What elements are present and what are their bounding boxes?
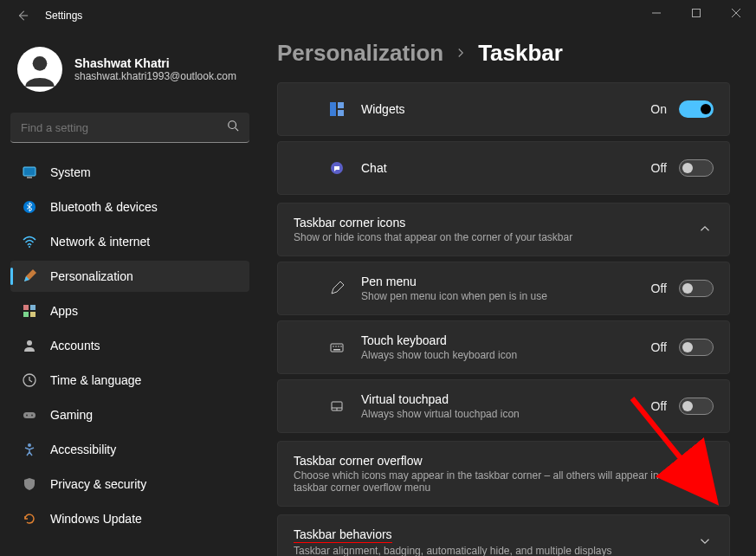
nav-label: Network & internet [50,235,150,249]
toggle-state: Off [651,161,667,175]
svg-point-16 [31,415,33,417]
avatar [17,47,62,92]
svg-rect-5 [27,177,32,178]
nav-item-accessibility[interactable]: Accessibility [10,434,249,465]
nav-item-privacy[interactable]: Privacy & security [10,469,249,500]
svg-point-1 [33,56,48,71]
widgets-toggle[interactable] [679,100,714,118]
user-email: shashwat.khatri1993@outlook.com [74,70,236,82]
nav-item-update[interactable]: Windows Update [10,503,249,534]
gaming-icon [21,406,38,423]
svg-point-7 [29,246,30,248]
toggle-state: Off [651,281,667,295]
section-header-overflow[interactable]: Taskbar corner overflow Choose which ico… [278,442,729,506]
svg-point-2 [229,121,236,129]
personalization-icon [21,268,38,285]
section-title: Taskbar corner icons [294,216,700,230]
sidebar: Shashwat Khatri shashwat.khatri1993@outl… [0,31,260,556]
system-icon [21,164,38,181]
titlebar: Settings [0,0,756,31]
chat-toggle[interactable] [679,159,714,177]
svg-rect-22 [331,344,343,352]
apps-icon [21,302,38,320]
svg-point-27 [340,346,342,347]
section-corner-overflow: Taskbar corner overflow Choose which ico… [277,441,730,507]
row-title: Pen menu [361,275,651,288]
nav-label: Apps [50,304,78,318]
nav-item-network[interactable]: Network & internet [10,226,249,257]
virtual-touchpad-toggle[interactable] [679,398,714,415]
pen-icon [328,280,346,297]
svg-rect-14 [23,412,36,418]
nav-item-gaming[interactable]: Gaming [10,399,249,430]
user-block[interactable]: Shashwat Khatri shashwat.khatri1993@outl… [10,40,249,99]
svg-rect-23 [333,349,340,351]
window-controls [636,0,756,26]
toggle-state: On [650,102,667,116]
touch-keyboard-toggle[interactable] [679,339,714,356]
breadcrumb: Personalization Taskbar [277,40,730,67]
user-name: Shashwat Khatri [74,56,236,70]
row-subtitle: Always show virtual touchpad icon [361,408,651,420]
chat-icon [328,159,346,177]
widgets-icon [328,100,346,118]
svg-point-15 [26,415,28,417]
section-subtitle: Choose which icons may appear in the tas… [294,469,700,494]
svg-point-24 [333,346,334,347]
section-taskbar-behaviors: Taskbar behaviors Taskbar alignment, bad… [277,514,730,556]
section-title: Taskbar behaviors [294,527,392,543]
pen-toggle[interactable] [679,280,714,297]
svg-rect-0 [693,10,701,17]
search-input[interactable] [21,121,227,134]
search-icon [227,120,239,135]
row-touch-keyboard: Touch keyboard Always show touch keyboar… [277,320,730,374]
toggle-state: Off [651,399,667,413]
svg-point-17 [28,443,31,447]
breadcrumb-parent[interactable]: Personalization [277,40,443,67]
row-label: Chat [361,161,651,175]
section-subtitle: Show or hide icons that appear on the co… [294,231,700,243]
svg-point-12 [27,340,32,346]
section-header-behaviors[interactable]: Taskbar behaviors Taskbar alignment, bad… [278,515,729,556]
back-button[interactable] [9,2,36,29]
nav-label: Accounts [50,339,100,352]
svg-rect-11 [30,312,36,317]
chevron-down-icon [700,466,710,482]
nav-label: System [50,165,91,179]
row-subtitle: Show pen menu icon when pen is in use [361,290,651,302]
chevron-right-icon [456,46,466,61]
maximize-button[interactable] [676,0,716,26]
nav-label: Gaming [50,408,93,422]
chevron-up-icon [700,222,710,237]
close-button[interactable] [716,0,756,26]
svg-rect-3 [23,167,36,176]
svg-rect-10 [23,312,29,317]
update-icon [21,510,38,527]
nav-item-accounts[interactable]: Accounts [10,330,249,361]
section-header-corner-icons[interactable]: Taskbar corner icons Show or hide icons … [278,204,729,255]
section-subtitle: Taskbar alignment, badging, automaticall… [294,545,700,556]
network-icon [21,233,38,250]
nav-item-time[interactable]: Time & language [10,365,249,396]
search-box[interactable] [10,113,249,143]
nav-list: System Bluetooth & devices Network & int… [10,157,249,534]
keyboard-icon [328,339,346,356]
svg-rect-20 [338,110,344,116]
svg-point-26 [338,346,339,347]
row-subtitle: Always show touch keyboard icon [361,349,651,361]
nav-label: Bluetooth & devices [50,200,158,214]
accessibility-icon [21,441,38,458]
minimize-button[interactable] [636,0,676,26]
nav-item-personalization[interactable]: Personalization [10,261,249,292]
bluetooth-icon [21,198,38,216]
nav-label: Privacy & security [50,477,146,491]
accounts-icon [21,337,38,354]
window-title: Settings [45,10,82,22]
nav-item-system[interactable]: System [10,157,249,188]
nav-item-apps[interactable]: Apps [10,295,249,326]
section-corner-icons: Taskbar corner icons Show or hide icons … [277,203,730,256]
nav-label: Windows Update [50,512,142,526]
nav-item-bluetooth[interactable]: Bluetooth & devices [10,191,249,223]
main-content: Personalization Taskbar Widgets On Chat … [260,31,756,556]
section-title: Taskbar corner overflow [294,454,700,468]
